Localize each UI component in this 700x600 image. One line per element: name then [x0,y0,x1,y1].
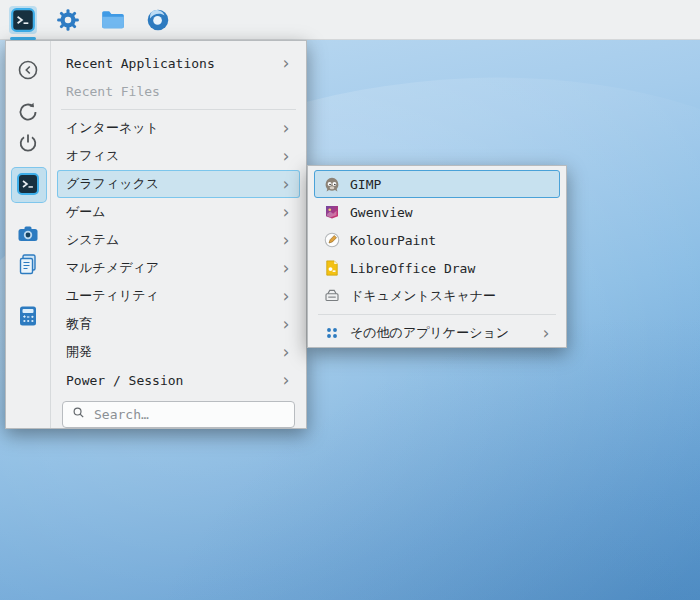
search-box [62,401,295,428]
submenu-item-libreoffice-draw[interactable]: LibreOffice Draw [314,254,560,282]
panel-app-files[interactable] [99,6,127,34]
category-development[interactable]: 開発 [57,338,300,366]
menu-item-label: Recent Files [66,84,160,99]
menu-item-label: Recent Applications [66,56,215,71]
calculator-icon [16,304,40,328]
search-icon [71,405,86,424]
libreoffice-draw-icon [323,259,341,277]
category-label: ユーティリティ [66,287,159,305]
gwenview-icon [323,203,341,221]
favorite-konsole[interactable] [16,172,40,196]
konsole-icon [10,7,36,33]
separator [318,314,556,315]
back-button[interactable] [16,58,40,82]
submenu-item-gimp[interactable]: GIMP [314,170,560,198]
chevron-right-icon [279,148,291,165]
chevron-right-icon [279,316,291,333]
submenu-item-document-scanner[interactable]: ドキュメントスキャナー [314,282,560,310]
back-icon [16,58,40,82]
chevron-right-icon [539,325,551,342]
panel-app-konsole[interactable] [9,6,37,34]
favorite-screenshot[interactable] [16,222,40,246]
category-games[interactable]: ゲーム [57,198,300,226]
favorite-calculator[interactable] [16,304,40,328]
graphics-submenu: GIMP Gwenview KolourPaint LibreOffice Dr… [307,165,567,348]
documents-icon [16,252,40,276]
category-system[interactable]: システム [57,226,300,254]
chevron-right-icon [279,344,291,361]
submenu-item-label: GIMP [350,177,381,192]
scanner-icon [323,287,341,305]
category-label: ゲーム [66,203,106,221]
launcher-main-list: Recent Applications Recent Files インターネット… [51,41,306,428]
konsole-icon [16,172,40,196]
submenu-item-label: KolourPaint [350,233,436,248]
chevron-right-icon [279,176,291,193]
chevron-right-icon [279,288,291,305]
camera-icon [16,222,40,246]
category-utilities[interactable]: ユーティリティ [57,282,300,310]
application-launcher-menu: Recent Applications Recent Files インターネット… [5,40,307,429]
submenu-item-label: Gwenview [350,205,413,220]
category-label: マルチメディア [66,259,159,277]
apps-grid-icon [323,324,341,342]
category-label: システム [66,231,119,249]
category-multimedia[interactable]: マルチメディア [57,254,300,282]
category-label: オフィス [66,147,119,165]
refresh-button[interactable] [16,100,40,124]
refresh-icon [16,100,40,124]
power-icon [16,131,40,155]
chevron-right-icon [279,120,291,137]
kolourpaint-icon [323,231,341,249]
category-office[interactable]: オフィス [57,142,300,170]
category-label: インターネット [66,119,159,137]
favorite-documents[interactable] [16,252,40,276]
chevron-right-icon [279,204,291,221]
category-internet[interactable]: インターネット [57,114,300,142]
chevron-right-icon [279,55,291,72]
submenu-item-kolourpaint[interactable]: KolourPaint [314,226,560,254]
category-label: 教育 [66,315,92,333]
submenu-item-more-applications[interactable]: その他のアプリケーション [314,319,560,347]
chevron-right-icon [279,232,291,249]
category-graphics[interactable]: グラフィックス [57,170,300,198]
category-label: Power / Session [66,373,183,388]
launcher-sidebar [6,41,51,428]
chevron-right-icon [279,372,291,389]
category-power-session[interactable]: Power / Session [57,366,300,394]
web-browser-icon [145,7,171,33]
submenu-item-gwenview[interactable]: Gwenview [314,198,560,226]
folder-icon [100,7,126,33]
top-panel [0,0,700,40]
category-label: グラフィックス [66,175,159,193]
menu-item-recent-files[interactable]: Recent Files [57,77,300,105]
panel-app-settings[interactable] [54,6,82,34]
submenu-item-label: LibreOffice Draw [350,261,475,276]
submenu-item-label: その他のアプリケーション [350,324,509,342]
category-education[interactable]: 教育 [57,310,300,338]
menu-item-recent-applications[interactable]: Recent Applications [57,49,300,77]
power-button[interactable] [16,131,40,155]
category-label: 開発 [66,343,92,361]
gear-icon [55,7,81,33]
chevron-right-icon [279,260,291,277]
gimp-icon [323,175,341,193]
separator [61,109,296,110]
panel-app-browser[interactable] [144,6,172,34]
submenu-item-label: ドキュメントスキャナー [350,287,496,305]
search-input[interactable] [92,406,286,423]
